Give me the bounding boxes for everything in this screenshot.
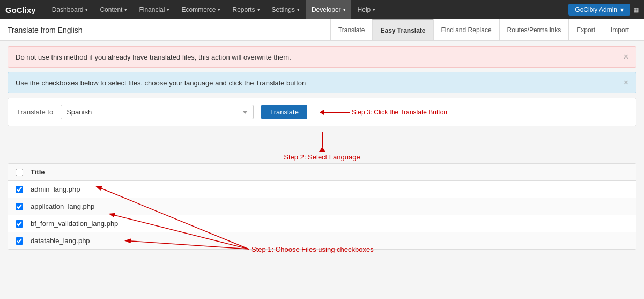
admin-button[interactable]: GoClixy Admin ▾ [568,4,630,16]
navbar-item-financial[interactable]: Financial ▾ [134,0,175,19]
language-select[interactable]: Spanish French German Italian Portuguese [61,105,254,119]
chevron-down-icon: ▾ [167,7,169,12]
step3-annotation: Step 3: Click the Translate Button [320,108,447,116]
danger-alert-text: Do not use this method if you already ha… [16,53,291,61]
page-wrapper: GoClixy Dashboard ▾ Content ▾ Financial … [0,0,644,255]
select-all-checkbox[interactable] [16,169,23,176]
chevron-down-icon: ▾ [297,7,300,12]
navbar-menu: Dashboard ▾ Content ▾ Financial ▾ Ecomme… [47,0,569,19]
filename: application_lang.php [31,202,94,210]
navbar-item-reports[interactable]: Reports ▾ [227,0,265,19]
translate-button[interactable]: Translate [261,105,307,119]
tab-easy-translate[interactable]: Easy Translate [372,19,433,40]
chevron-down-icon: ▾ [257,7,260,12]
column-header-title: Title [31,168,45,176]
navbar-icons: ▦ [633,6,639,13]
table-row: application_lang.php [8,198,636,215]
close-icon[interactable]: × [624,52,628,62]
info-alert: Use the checkboxes below to select files… [8,72,636,93]
table-row: bf_form_validation_lang.php [8,215,636,232]
navbar-item-content[interactable]: Content ▾ [94,0,132,19]
step2-line [322,132,323,147]
step2-label: Step 2: Select Language [284,153,360,161]
filename: datatable_lang.php [31,237,90,245]
file-checkbox[interactable] [16,237,23,245]
file-checkbox[interactable] [16,203,23,210]
brand: GoClixy [5,5,36,14]
tab-export[interactable]: Export [568,19,603,40]
admin-label: GoClixy Admin [575,6,617,13]
sub-nav: Translate Easy Translate Find and Replac… [330,19,636,40]
tab-routes-permalinks[interactable]: Routes/Permalinks [499,19,569,40]
file-checkbox[interactable] [16,186,23,193]
filename: bf_form_validation_lang.php [31,220,118,228]
files-table: Title admin_lang.php application_lang.ph… [8,163,636,250]
chevron-down-icon: ▾ [85,7,88,12]
navbar-right: GoClixy Admin ▾ ▦ [568,4,639,16]
close-icon[interactable]: × [624,78,628,87]
table-row: admin_lang.php [8,181,636,198]
table-row: datatable_lang.php [8,232,636,249]
filename: admin_lang.php [31,185,80,193]
main-content: Do not use this method if you already ha… [0,41,644,255]
navbar: GoClixy Dashboard ▾ Content ▾ Financial … [0,0,644,19]
navbar-item-settings[interactable]: Settings ▾ [267,0,305,19]
table-header: Title [8,164,636,181]
chevron-down-icon: ▾ [218,7,220,12]
chevron-down-icon: ▾ [124,7,127,12]
up-arrow-icon [319,147,325,152]
tab-import[interactable]: Import [603,19,636,40]
navbar-item-dashboard[interactable]: Dashboard ▾ [47,0,94,19]
chevron-down-icon: ▾ [373,7,375,12]
files-section: Title admin_lang.php application_lang.ph… [8,163,636,250]
arrow-icon [320,112,350,113]
translate-to-label: Translate to [17,108,53,116]
file-checkbox[interactable] [16,220,23,228]
chevron-down-icon: ▾ [343,7,346,12]
tab-translate[interactable]: Translate [330,19,373,40]
page-title: Translate from English [8,26,330,34]
navbar-item-ecommerce[interactable]: Ecommerce ▾ [176,0,226,19]
step2-area: Step 2: Select Language [8,130,636,163]
sub-header: Translate from English Translate Easy Tr… [0,19,644,41]
step3-label: Step 3: Click the Translate Button [352,108,447,116]
navbar-item-help[interactable]: Help ▾ [352,0,381,19]
translate-row: Translate to Spanish French German Itali… [8,98,636,126]
navbar-item-developer[interactable]: Developer ▾ [306,0,351,19]
info-alert-text: Use the checkboxes below to select files… [16,79,306,87]
tab-find-replace[interactable]: Find and Replace [433,19,499,40]
chevron-down-icon: ▾ [620,6,624,13]
danger-alert: Do not use this method if you already ha… [8,46,636,68]
